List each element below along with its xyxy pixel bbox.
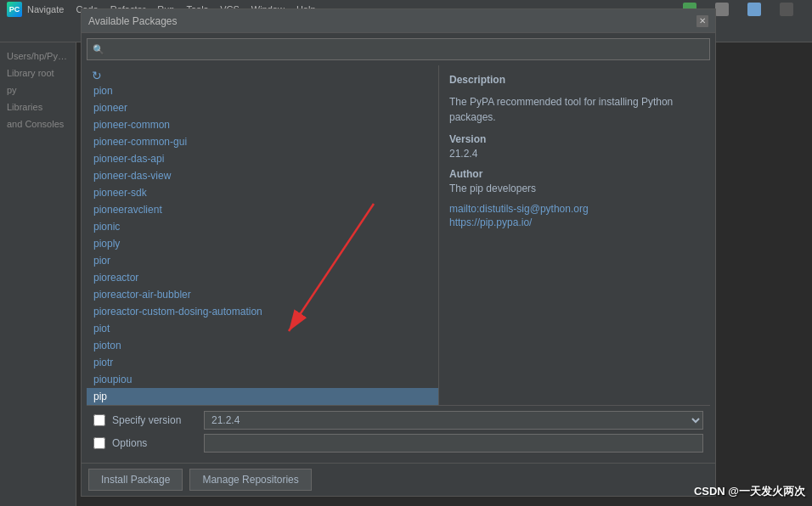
install-package-button[interactable]: Install Package [88,469,183,491]
author-value: The pip developers [449,183,700,194]
package-item-9[interactable]: pioneer [87,99,438,116]
search-icon: 🔍 [93,44,104,55]
specify-version-line: Specify version 21.2.4 [93,411,703,430]
sidebar-item-3[interactable]: Libraries [0,98,76,115]
package-item-21[interactable]: pioreactor-custom-dosing-automation [87,303,438,320]
package-list[interactable]: pinyinxypinyinxy1piopio-clipiocpiochumov… [87,86,438,405]
package-item-20[interactable]: pioreactor-air-bubbler [87,286,438,303]
watermark: CSDN @一天发火两次 [694,484,805,499]
package-item-25[interactable]: pioupiou [87,371,438,388]
options-row: Specify version 21.2.4 Options [87,405,710,458]
package-item-24[interactable]: piotr [87,354,438,371]
version-value: 21.2.4 [449,148,700,160]
options-input[interactable] [204,434,703,453]
package-item-22[interactable]: piot [87,320,438,337]
refresh-row: ↻ [87,65,438,86]
package-list-panel: ↻ pinyinxypinyinxy1piopio-clipiocpiochum… [87,65,439,405]
search-input[interactable] [108,43,704,55]
author-label: Author [449,168,700,180]
refresh-button[interactable]: ↻ [92,69,102,82]
package-item-15[interactable]: pioneeravclient [87,201,438,218]
options-checkbox[interactable] [93,437,105,449]
ide-sidebar: Users/hp/Pycha Library root py Libraries… [0,42,76,506]
specify-version-checkbox[interactable] [93,414,105,426]
options-line: Options [93,434,703,453]
description-panel: Description The PyPA recommended tool fo… [439,65,710,405]
version-dropdown[interactable]: 21.2.4 [204,411,703,430]
description-text: The PyPA recommended tool for installing… [449,94,700,125]
package-item-8[interactable]: pion [87,86,438,99]
package-item-16[interactable]: pionic [87,218,438,235]
dialog-titlebar: Available Packages ✕ [82,9,715,33]
manage-repositories-button[interactable]: Manage Repositories [189,469,311,491]
options-label: Options [112,437,197,449]
misc-icon[interactable] [780,3,793,16]
dialog-body: 🔍 ↻ pinyinxypinyinxy1piopio-clipiocpioch… [82,33,715,463]
pycharm-logo: PC [7,2,22,17]
db-icon[interactable] [747,3,761,16]
available-packages-dialog: Available Packages ✕ 🔍 ↻ pinyinxypinyinx… [81,8,716,497]
dialog-title: Available Packages [88,15,178,27]
package-item-26[interactable]: pip [87,388,438,405]
package-item-14[interactable]: pioneer-sdk [87,184,438,201]
package-item-18[interactable]: pior [87,252,438,269]
website-link[interactable]: https://pip.pypa.io/ [449,216,700,228]
search-bar: 🔍 [87,38,710,60]
sidebar-item-2[interactable]: py [0,82,76,98]
package-item-17[interactable]: pioply [87,235,438,252]
package-item-13[interactable]: pioneer-das-view [87,167,438,184]
email-link[interactable]: mailto:distutils-sig@python.org [449,203,700,215]
package-item-19[interactable]: pioreactor [87,269,438,286]
dialog-footer: Install Package Manage Repositories [82,463,715,496]
dialog-close-button[interactable]: ✕ [696,15,708,27]
specify-version-label: Specify version [112,414,197,426]
package-item-11[interactable]: pioneer-common-gui [87,133,438,150]
package-item-12[interactable]: pioneer-das-api [87,150,438,167]
sidebar-item-1[interactable]: Library root [0,65,76,82]
gear-icon[interactable] [715,3,729,16]
package-item-10[interactable]: pioneer-common [87,116,438,133]
menu-navigate[interactable]: Navigate [27,4,64,14]
sidebar-item-4[interactable]: and Consoles [0,115,76,132]
content-row: ↻ pinyinxypinyinxy1piopio-clipiocpiochum… [87,65,710,405]
sidebar-item-0[interactable]: Users/hp/Pycha [0,48,76,65]
description-header: Description [449,74,700,86]
package-item-23[interactable]: pioton [87,337,438,354]
version-label: Version [449,133,700,145]
